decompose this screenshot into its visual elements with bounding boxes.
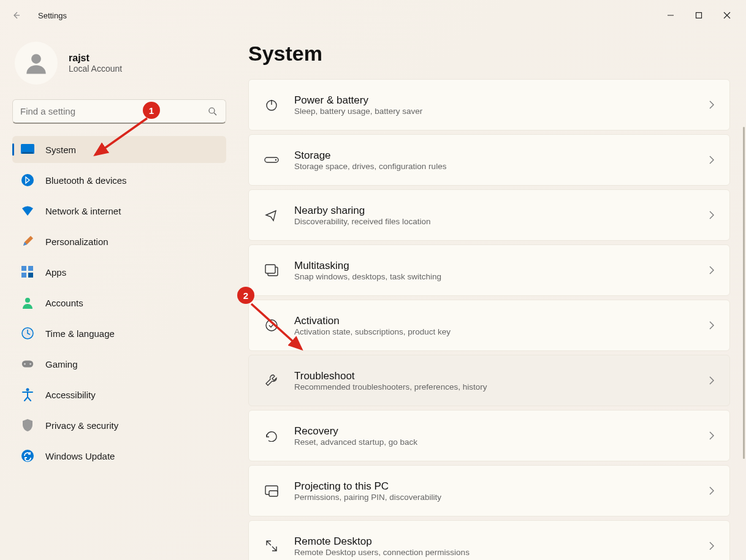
scrollbar[interactable]	[742, 32, 745, 559]
svg-rect-6	[21, 266, 26, 271]
card-recovery[interactable]: Recovery Reset, advanced startup, go bac…	[248, 410, 730, 461]
titlebar: Settings	[0, 0, 746, 31]
card-subtitle: Discoverability, received files location	[294, 217, 694, 226]
card-storage[interactable]: Storage Storage space, drives, configura…	[248, 134, 730, 186]
card-power-battery[interactable]: Power & battery Sleep, battery usage, ba…	[248, 79, 730, 131]
svg-point-19	[275, 159, 276, 161]
card-troubleshoot[interactable]: Troubleshoot Recommended troubleshooters…	[248, 355, 730, 406]
shield-icon	[21, 418, 34, 432]
card-subtitle: Activation state, subscriptions, product…	[294, 327, 694, 336]
maximize-button[interactable]	[685, 6, 713, 25]
nav-label: Personalization	[45, 236, 108, 247]
card-title: Remote Desktop	[294, 535, 694, 548]
content: System Power & battery Sleep, battery us…	[236, 31, 746, 560]
card-activation[interactable]: Activation Activation state, subscriptio…	[248, 300, 730, 351]
apps-icon	[21, 265, 34, 279]
settings-list: Power & battery Sleep, battery usage, ba…	[248, 79, 730, 560]
svg-rect-24	[269, 491, 278, 496]
svg-point-15	[26, 388, 29, 392]
svg-point-2	[209, 108, 215, 113]
card-title: Power & battery	[294, 94, 694, 107]
nav-label: Time & language	[45, 328, 115, 339]
projecting-icon	[264, 483, 280, 499]
card-subtitle: Snap windows, desktops, task switching	[294, 272, 694, 281]
sidebar: rajst Local Account System Bluetooth & d…	[0, 31, 236, 560]
card-subtitle: Reset, advanced startup, go back	[294, 437, 694, 447]
bluetooth-icon	[21, 173, 34, 187]
nav-item-system[interactable]: System	[12, 136, 226, 163]
chevron-right-icon	[709, 376, 715, 385]
share-icon	[264, 207, 280, 223]
minimize-icon	[667, 12, 674, 19]
nav-item-gaming[interactable]: Gaming	[12, 350, 226, 377]
chevron-right-icon	[709, 210, 715, 220]
nav-item-apps[interactable]: Apps	[12, 259, 226, 286]
svg-rect-8	[21, 273, 26, 278]
search-input[interactable]	[20, 106, 207, 116]
svg-rect-12	[22, 361, 33, 368]
nav-label: Apps	[45, 267, 66, 278]
card-multitasking[interactable]: Multitasking Snap windows, desktops, tas…	[248, 244, 730, 296]
update-icon	[21, 449, 34, 463]
maximize-icon	[695, 12, 702, 19]
storage-icon	[264, 152, 280, 168]
card-subtitle: Recommended troubleshooters, preferences…	[294, 382, 694, 392]
nav-item-bluetooth[interactable]: Bluetooth & devices	[12, 167, 226, 194]
nav-label: Bluetooth & devices	[45, 175, 127, 186]
nav-item-network[interactable]: Network & internet	[12, 197, 226, 224]
svg-rect-21	[265, 265, 275, 273]
svg-rect-0	[696, 13, 702, 18]
card-subtitle: Permissions, pairing PIN, discoverabilit…	[294, 493, 694, 502]
search-box[interactable]	[12, 99, 226, 124]
card-title: Nearby sharing	[294, 205, 694, 217]
chevron-right-icon	[709, 541, 715, 551]
chevron-right-icon	[709, 320, 715, 330]
svg-point-13	[24, 363, 26, 365]
close-icon	[723, 12, 731, 19]
card-title: Recovery	[294, 425, 694, 437]
card-title: Multitasking	[294, 260, 694, 272]
wrench-icon	[264, 373, 280, 388]
svg-point-16	[21, 450, 34, 462]
scrollbar-thumb[interactable]	[743, 127, 745, 459]
multitasking-icon	[264, 262, 280, 278]
card-nearby-sharing[interactable]: Nearby sharing Discoverability, received…	[248, 189, 730, 241]
window-controls	[657, 6, 741, 25]
card-remote-desktop[interactable]: Remote Desktop Remote Desktop users, con…	[248, 520, 730, 560]
card-subtitle: Remote Desktop users, connection permiss…	[294, 548, 694, 557]
chevron-right-icon	[709, 155, 715, 165]
nav-item-accounts[interactable]: Accounts	[12, 289, 226, 316]
nav-item-windows-update[interactable]: Windows Update	[12, 442, 226, 469]
card-title: Activation	[294, 315, 694, 327]
card-title: Storage	[294, 149, 694, 162]
activation-icon	[264, 317, 280, 333]
nav-item-privacy[interactable]: Privacy & security	[12, 412, 226, 439]
nav-item-accessibility[interactable]: Accessibility	[12, 381, 226, 408]
clock-globe-icon	[21, 327, 34, 340]
wifi-icon	[21, 204, 34, 218]
card-projecting[interactable]: Projecting to this PC Permissions, pairi…	[248, 465, 730, 516]
nav-item-time-language[interactable]: Time & language	[12, 320, 226, 347]
card-subtitle: Storage space, drives, configuration rul…	[294, 162, 694, 171]
back-button[interactable]	[5, 4, 27, 26]
svg-rect-4	[22, 152, 33, 154]
nav-item-personalization[interactable]: Personalization	[12, 228, 226, 255]
page-title: System	[248, 42, 730, 66]
svg-point-1	[31, 54, 41, 64]
nav-label: Gaming	[45, 359, 78, 369]
gamepad-icon	[21, 357, 34, 371]
chevron-right-icon	[709, 265, 715, 275]
paintbrush-icon	[21, 235, 34, 248]
nav-label: Accessibility	[45, 390, 96, 400]
power-icon	[264, 97, 280, 113]
profile[interactable]: rajst Local Account	[12, 42, 226, 85]
nav-label: Network & internet	[45, 206, 121, 216]
recovery-icon	[264, 428, 280, 444]
user-icon	[23, 50, 49, 76]
card-subtitle: Sleep, battery usage, battery saver	[294, 107, 694, 116]
profile-subtitle: Local Account	[69, 64, 122, 74]
search-icon	[207, 106, 218, 117]
minimize-button[interactable]	[657, 6, 685, 25]
card-title: Troubleshoot	[294, 370, 694, 382]
close-button[interactable]	[713, 6, 741, 25]
